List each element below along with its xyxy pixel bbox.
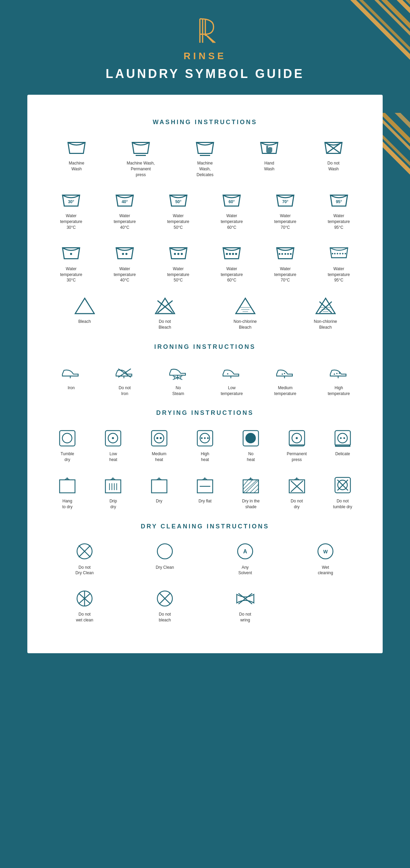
symbol-do-not-bleach-dc: Do notbleach [125, 586, 205, 626]
washing-row-2: 30° Watertemperature30°C 40° Watertemper… [44, 187, 366, 233]
drying-row-1: Tumbledry Lowheat [44, 425, 366, 465]
svg-point-96 [246, 433, 256, 443]
svg-text:40°: 40° [122, 199, 128, 204]
symbol-do-not-dry-clean: Do notDry Clean [44, 539, 125, 579]
symbol-temp-50: 50° Watertemperature50°C [151, 187, 205, 233]
svg-point-139 [157, 544, 172, 559]
svg-point-80 [339, 373, 340, 374]
svg-point-29 [125, 253, 127, 255]
svg-point-102 [338, 433, 347, 443]
svg-point-103 [340, 437, 342, 439]
symbol-temp-95: 95° Watertemperature95°C [312, 187, 366, 233]
header: RINSE LAUNDRY SYMBOL GUIDE [0, 0, 410, 95]
symbol-dry-clean: Dry Clean [125, 539, 205, 579]
svg-rect-86 [151, 431, 167, 446]
svg-point-30 [174, 253, 176, 255]
svg-rect-115 [151, 480, 167, 493]
symbol-do-not-bleach: Do notBleach [125, 293, 205, 333]
symbol-temp-60-dots: Watertemperature60°C [205, 240, 259, 286]
symbol-temp-30-dots: Watertemperature30°C [44, 240, 98, 286]
svg-point-94 [207, 437, 209, 439]
symbol-do-not-wet-clean: Do notwet clean [44, 586, 125, 626]
symbol-temp-95-dots: Watertemperature95°C [312, 240, 366, 286]
washing-section-title: WASHING INSTRUCTIONS [44, 119, 366, 126]
svg-marker-48 [75, 298, 94, 314]
svg-point-39 [284, 253, 286, 255]
drying-row-2: Hangto dry Dripdry [44, 472, 366, 513]
svg-point-87 [154, 433, 164, 443]
svg-point-73 [227, 373, 229, 374]
svg-point-88 [156, 437, 158, 439]
dry-cleaning-row-1: Do notDry Clean Dry Clean A AnySolvent [44, 539, 366, 579]
symbol-dry: Dry [136, 472, 182, 513]
svg-point-37 [278, 253, 280, 255]
symbol-do-not-wash: Do notWash [301, 134, 366, 180]
svg-point-99 [296, 437, 298, 439]
svg-point-28 [122, 253, 124, 255]
svg-text:50°: 50° [175, 199, 181, 204]
svg-marker-49 [155, 298, 175, 314]
svg-text:A: A [243, 549, 247, 554]
washing-row-4: Bleach Do notBleach [44, 293, 366, 333]
svg-rect-101 [335, 431, 350, 446]
svg-point-76 [284, 373, 285, 374]
symbol-no-steam: NoSteam [151, 359, 205, 399]
svg-point-33 [226, 253, 228, 255]
symbol-machine-wash-permanent: Machine Wash,Permanentpress [109, 134, 173, 180]
svg-point-92 [201, 437, 203, 439]
guide-title: LAUNDRY SYMBOL GUIDE [0, 67, 410, 81]
symbol-tumble-dry: Tumbledry [44, 425, 90, 465]
svg-point-42 [332, 253, 333, 254]
svg-point-45 [339, 253, 341, 254]
symbol-do-not-wring: Do notwring [205, 586, 285, 626]
symbol-do-not-iron: Do notIron [98, 359, 152, 399]
svg-point-79 [336, 373, 338, 374]
svg-point-89 [160, 437, 162, 439]
svg-point-27 [70, 253, 72, 255]
svg-point-93 [204, 437, 206, 439]
logo-icon [190, 14, 220, 48]
washing-row-3: Watertemperature30°C Watertemperature40°… [44, 240, 366, 286]
symbol-dry-shade: Dry in theshade [228, 472, 274, 513]
svg-point-35 [232, 253, 234, 255]
svg-text:95°: 95° [336, 199, 342, 204]
svg-rect-81 [60, 431, 75, 446]
symbol-low-heat-dry: Lowheat [90, 425, 136, 465]
symbol-dry-flat: Dry flat [182, 472, 228, 513]
svg-text:60°: 60° [229, 199, 235, 204]
symbol-machine-wash: MachineWash [44, 134, 109, 180]
main-card: WASHING INSTRUCTIONS MachineWash Mach [27, 95, 383, 653]
svg-point-47 [344, 253, 346, 254]
symbol-temp-40-dots: Watertemperature40°C [98, 240, 152, 286]
symbol-temp-40: 40° Watertemperature40°C [98, 187, 152, 233]
drying-section-title: DRYING INSTRUCTIONS [44, 409, 366, 417]
svg-point-34 [229, 253, 231, 255]
symbol-temp-70-dots: Watertemperature70°C [259, 240, 312, 286]
svg-text:70°: 70° [282, 199, 288, 204]
svg-point-43 [334, 253, 335, 254]
symbol-temp-70: 70° Watertemperature70°C [259, 187, 312, 233]
dry-cleaning-section-title: DRY CLEANING INSTRUCTIONS [44, 523, 366, 530]
symbol-do-not-dry: Do notdry [274, 472, 319, 513]
symbol-hand-wash: HandWash [237, 134, 301, 180]
svg-text:30°: 30° [68, 199, 74, 204]
symbol-bleach: Bleach [44, 293, 125, 333]
symbol-do-not-tumble-dry: Do nottumble dry [320, 472, 366, 513]
dry-cleaning-row-2: Do notwet clean Do notbleach [44, 586, 366, 626]
symbol-low-temp-iron: Lowtemperature [205, 359, 259, 399]
symbol-medium-temp-iron: Mediumtemperature [259, 359, 312, 399]
symbol-medium-heat-dry: Mediumheat [136, 425, 182, 465]
svg-point-38 [281, 253, 283, 255]
svg-text:W: W [323, 549, 328, 554]
brand-name: RINSE [0, 51, 410, 62]
ironing-row: Iron Do notIron [44, 359, 366, 399]
symbol-high-temp-iron: Hightemperature [312, 359, 366, 399]
symbol-iron: Iron [44, 359, 98, 399]
ironing-section-title: IRONING INSTRUCTIONS [44, 343, 366, 351]
svg-rect-107 [60, 480, 75, 493]
symbol-high-heat-dry: Highheat [182, 425, 228, 465]
svg-point-36 [235, 253, 237, 255]
svg-point-78 [333, 373, 335, 375]
symbol-temp-60: 60° Watertemperature60°C [205, 187, 259, 233]
symbol-any-solvent: A AnySolvent [205, 539, 285, 579]
